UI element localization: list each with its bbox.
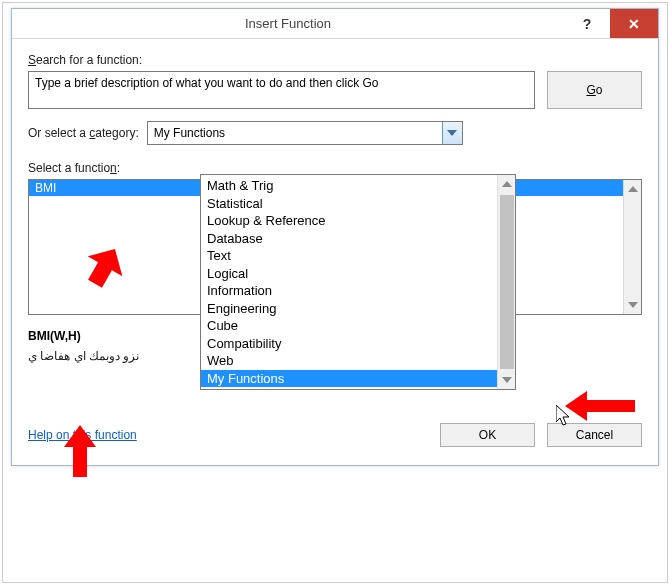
scroll-thumb[interactable] xyxy=(500,195,514,369)
close-button[interactable]: ✕ xyxy=(610,9,658,38)
window-title: Insert Function xyxy=(12,16,564,31)
svg-marker-2 xyxy=(628,302,638,308)
cancel-button[interactable]: Cancel xyxy=(547,423,642,447)
dropdown-item[interactable]: Statistical xyxy=(201,195,497,213)
dropdown-item[interactable]: Information xyxy=(201,282,497,300)
help-link[interactable]: Help on this function xyxy=(28,428,137,442)
select-function-label: Select a function: xyxy=(28,161,642,175)
category-dropdown[interactable]: Math & TrigStatisticalLookup & Reference… xyxy=(200,174,516,390)
dropdown-item[interactable]: Compatibility xyxy=(201,335,497,353)
search-label: Search for a function: xyxy=(28,53,642,67)
titlebar: Insert Function ? ✕ xyxy=(12,9,658,39)
dropdown-item[interactable]: Lookup & Reference xyxy=(201,212,497,230)
dropdown-item[interactable]: Database xyxy=(201,230,497,248)
go-button[interactable]: Go xyxy=(547,71,642,109)
dropdown-item[interactable]: Web xyxy=(201,352,497,370)
dropdown-item[interactable]: Math & Trig xyxy=(201,177,497,195)
dropdown-item[interactable]: My Functions xyxy=(201,370,497,388)
ok-button[interactable]: OK xyxy=(440,423,535,447)
search-input[interactable]: Type a brief description of what you wan… xyxy=(28,71,535,109)
dropdown-item[interactable]: Text xyxy=(201,247,497,265)
scroll-up-icon[interactable] xyxy=(625,180,641,198)
scroll-down-icon[interactable] xyxy=(625,296,641,314)
category-label: Or select a category: xyxy=(28,126,139,140)
chevron-down-icon[interactable] xyxy=(442,122,462,144)
svg-marker-3 xyxy=(502,181,512,187)
svg-marker-1 xyxy=(628,186,638,192)
scrollbar[interactable] xyxy=(623,180,641,314)
category-selected: My Functions xyxy=(148,126,442,140)
help-button[interactable]: ? xyxy=(564,9,610,38)
scroll-up-icon[interactable] xyxy=(502,175,512,193)
scroll-down-icon[interactable] xyxy=(502,371,512,389)
svg-marker-4 xyxy=(502,377,512,383)
dropdown-item[interactable]: Logical xyxy=(201,265,497,283)
dropdown-item[interactable]: Cube xyxy=(201,317,497,335)
dropdown-scrollbar[interactable] xyxy=(497,175,515,389)
category-combobox[interactable]: My Functions xyxy=(147,121,463,145)
dropdown-item[interactable]: Engineering xyxy=(201,300,497,318)
svg-marker-0 xyxy=(447,130,457,136)
